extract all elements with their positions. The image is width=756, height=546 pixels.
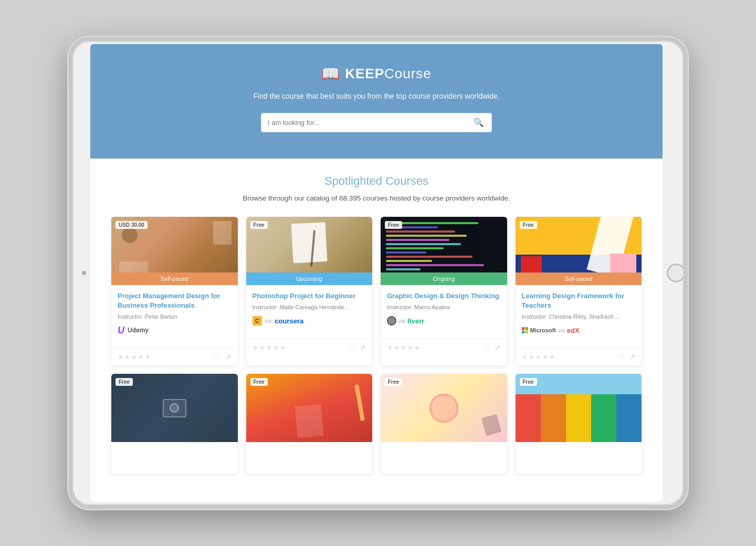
course-card-design2[interactable]: Free	[246, 374, 373, 474]
course-card-photoshop[interactable]: Free Upcoming Photoshop Project for Begi…	[246, 217, 373, 365]
price-badge-colors: Free	[520, 378, 537, 386]
status-bar-photoshop: Upcoming	[246, 272, 373, 285]
price-badge-learning: Free	[520, 221, 537, 229]
course-info-learning: Learning Design Framework for Teachers I…	[516, 285, 642, 348]
course-card-art[interactable]: Free	[381, 374, 507, 474]
course-provider-graphic: via fiverr	[387, 314, 501, 327]
search-input[interactable]	[268, 119, 472, 127]
stars-pm: ★ ★ ★ ★ ★	[118, 353, 151, 361]
via-text-fiverr: via	[398, 318, 405, 324]
share-button-learning[interactable]: ↗	[629, 353, 635, 361]
status-bar-pm: Self-paced	[111, 272, 238, 285]
course-instructor-pm: Instructor: Petar Barton	[118, 313, 232, 320]
course-card-learning[interactable]: Free Self-paced Learning Design Framewor…	[516, 217, 642, 365]
course-footer-photoshop: ★ ★ ★ ★ ★ ♡ ↗	[246, 339, 373, 356]
course-card-bottom-spacer2	[246, 442, 373, 474]
fiverr-icon	[387, 316, 396, 326]
section-subtitle: Browse through our catalog of 68,395 cou…	[111, 194, 642, 202]
price-badge-design2: Free	[250, 378, 268, 386]
microsoft-logo	[522, 327, 528, 333]
coursera-label: coursera	[275, 317, 303, 325]
section-title: Spotlighted Courses	[111, 174, 642, 188]
course-provider-learning: Microsoft via edX	[522, 324, 636, 337]
price-badge-pm: USD 30.00	[116, 221, 148, 229]
status-bar-graphic: Ongoing	[381, 272, 507, 285]
course-thumbnail-art: Free	[381, 374, 507, 442]
course-footer-learning: ★ ★ ★ ★ ★ ♡ ↗	[516, 348, 642, 365]
via-text-ms: via	[558, 328, 565, 333]
course-thumbnail-photo2: Free	[111, 374, 238, 442]
course-title-learning: Learning Design Framework for Teachers	[522, 291, 636, 310]
price-badge-photoshop: Free	[250, 221, 268, 229]
course-thumbnail-graphic: Free Ongoing	[381, 217, 507, 285]
code-visual	[386, 222, 502, 280]
tablet-frame: 📖 KEEPCourse Find the course that best s…	[68, 37, 688, 509]
microsoft-label: Microsoft	[530, 327, 556, 333]
course-thumbnail-photoshop: Free Upcoming	[246, 217, 373, 285]
course-info-graphic: Graphic Design & Design Thinking Instruc…	[381, 285, 507, 339]
udemy-u-icon: U	[118, 325, 124, 336]
hero-tagline: Find the course that best suits you from…	[101, 92, 652, 100]
share-button-graphic[interactable]: ↗	[495, 343, 501, 352]
card-actions-graphic: ♡ ↗	[484, 343, 501, 352]
course-title-photoshop: Photoshop Project for Beginner	[253, 291, 366, 301]
course-thumbnail-design2: Free	[246, 374, 373, 442]
course-title-graphic: Graphic Design & Design Thinking	[387, 291, 501, 301]
course-card-colors[interactable]: Free	[516, 374, 642, 474]
price-badge-art: Free	[385, 378, 402, 386]
tablet-home-button[interactable]	[667, 264, 686, 282]
search-button[interactable]: 🔍	[472, 118, 485, 128]
udemy-label: Udemy	[128, 327, 149, 334]
courses-grid-row2: Free Free	[111, 374, 642, 474]
course-footer-pm: ★ ★ ★ ★ ★ ♡ ↗	[111, 348, 238, 365]
course-card-photo2[interactable]: Free	[111, 374, 238, 474]
tablet-screen: 📖 KEEPCourse Find the course that best s…	[90, 44, 663, 502]
search-bar: 🔍	[261, 113, 492, 132]
stars-learning: ★ ★ ★ ★ ★	[522, 353, 555, 361]
course-instructor-graphic: Instructor: Marco Apatira	[387, 304, 501, 310]
course-card-bottom-spacer	[111, 442, 238, 474]
course-footer-graphic: ★ ★ ★ ★ ★ ♡ ↗	[381, 339, 507, 356]
course-title-pm: Project Management Design for Business P…	[118, 291, 232, 310]
course-card-bottom-spacer3	[381, 442, 507, 474]
course-info-photoshop: Photoshop Project for Beginner Instructo…	[246, 285, 373, 339]
course-provider-photoshop: C via coursera	[253, 314, 366, 327]
edx-label: edX	[567, 327, 580, 334]
card-actions-learning: ♡ ↗	[618, 353, 635, 361]
course-info-pm: Project Management Design for Business P…	[111, 285, 238, 348]
course-provider-pm: U Udemy	[118, 324, 232, 337]
favorite-button-pm[interactable]: ♡	[214, 353, 221, 361]
courses-grid-row1: USD 30.00 Self-paced Project Management …	[111, 217, 642, 365]
logo-area: 📖 KEEPCourse	[101, 65, 652, 82]
share-button-photoshop[interactable]: ↗	[360, 343, 366, 352]
price-badge-photo2: Free	[116, 378, 133, 386]
card-actions-pm: ♡ ↗	[214, 353, 232, 361]
favorite-button-learning[interactable]: ♡	[618, 353, 625, 361]
favorite-button-photoshop[interactable]: ♡	[349, 343, 355, 352]
card-actions-photoshop: ♡ ↗	[349, 343, 366, 352]
coursera-icon: C	[253, 316, 262, 326]
stars-photoshop: ★ ★ ★ ★ ★	[253, 344, 286, 351]
logo-text: KEEPCourse	[345, 66, 432, 82]
share-button-pm[interactable]: ↗	[225, 353, 232, 361]
main-content: Spotlighted Courses Browse through our c…	[90, 159, 663, 498]
course-thumbnail-learning: Free Self-paced	[516, 217, 642, 285]
status-bar-learning: Self-paced	[516, 272, 642, 285]
course-thumbnail-pm: USD 30.00 Self-paced	[111, 217, 238, 285]
course-card-graphic[interactable]: Free Ongoing Graphic Design & Design Thi…	[381, 217, 507, 365]
course-thumbnail-colors: Free	[516, 374, 642, 442]
hero-header: 📖 KEEPCourse Find the course that best s…	[90, 44, 663, 159]
via-text-coursera: via	[265, 318, 272, 324]
course-instructor-learning: Instructor: Christina Riley, Shadrach ..…	[522, 313, 636, 320]
course-instructor-photoshop: Instructor: Maite Careaga Hernánde...	[253, 304, 366, 310]
favorite-button-graphic[interactable]: ♡	[484, 343, 490, 352]
price-badge-graphic: Free	[385, 221, 402, 229]
course-card-bottom-spacer4	[516, 442, 642, 474]
stars-graphic: ★ ★ ★ ★ ★	[387, 344, 420, 351]
fiverr-label: fiverr	[407, 317, 425, 325]
course-card-pm[interactable]: USD 30.00 Self-paced Project Management …	[111, 217, 238, 365]
logo-icon: 📖	[321, 65, 340, 82]
tablet-camera	[82, 271, 86, 275]
